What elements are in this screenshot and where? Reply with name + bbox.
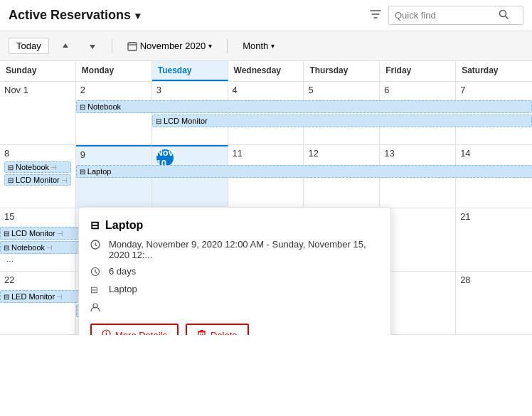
week-row-2: 8 ⊟ Notebook ⊣ ⊟ LCD Monitor ⊣ 9 ⊟ Lapto… [0, 145, 532, 208]
calendar-container: Sunday Monday Tuesday Wednesday Thursday… [0, 61, 532, 335]
ev-label-led: LED Monitor [11, 292, 55, 301]
popup-row-duration: 6 days [90, 266, 379, 278]
svg-rect-18 [200, 330, 203, 331]
view-dropdown-icon: ▾ [271, 42, 275, 50]
cell-3: 3 [152, 82, 228, 144]
event-notebook-w2[interactable]: ⊟ Notebook ⊣ [4, 161, 71, 173]
toolbar: Today November 2020 ▾ Month ▾ [0, 31, 532, 61]
svg-rect-17 [198, 331, 206, 333]
event-lcdmonitor-w1[interactable]: ⊟ LCD Monitor [152, 114, 532, 127]
resource-icon: ⊟ [90, 284, 102, 296]
cell-15: 15 ⊟ LCD Monitor ⊣ ⊟ Notebook ⊣ ··· [0, 208, 76, 271]
nav-up-button[interactable] [55, 38, 76, 54]
popup-resource: Laptop [109, 284, 137, 294]
event-label: Notebook [87, 102, 121, 111]
filter-icon[interactable] [370, 9, 381, 23]
date-6: 6 [384, 85, 451, 95]
ev-icon-nb: ⊟ [8, 164, 14, 171]
svg-line-8 [95, 245, 97, 247]
person-icon [90, 302, 102, 314]
delete-icon [197, 329, 206, 335]
date-15: 15 [4, 211, 71, 222]
cell-20 [380, 208, 456, 271]
delete-button[interactable]: Delete [186, 324, 249, 335]
event-icon2: ⊟ [156, 117, 161, 125]
popup-title: ⊟ Laptop [90, 219, 379, 232]
month-label: November 2020 [140, 41, 206, 51]
day-header-sun: Sunday [0, 61, 76, 81]
event-dots-15[interactable]: ··· [4, 255, 16, 267]
ev-icon-nb3: ⊟ [4, 244, 9, 252]
day-header-thu: Thursday [304, 61, 380, 81]
day-header-fri: Friday [380, 61, 456, 81]
ev-icon-laptop: ⊟ [80, 168, 85, 176]
toolbar-divider2 [227, 39, 228, 53]
popup-duration: 6 days [109, 266, 136, 277]
day-header-wed: Wednesday [228, 61, 304, 81]
cell-21: 21 [456, 208, 532, 271]
cell-nov1: Nov 1 [0, 82, 76, 144]
more-details-button[interactable]: More Details [90, 324, 179, 335]
date-nov10: Nov 10 [156, 149, 174, 166]
svg-rect-14 [198, 332, 205, 335]
cell-28: 28 [456, 272, 532, 334]
cell-7: 7 [456, 82, 532, 144]
date-13: 13 [384, 148, 451, 159]
view-selector[interactable]: Month ▾ [236, 37, 281, 55]
ev-label-lcd3: LCD Monitor [11, 229, 55, 238]
nav-down-button[interactable] [82, 38, 103, 54]
popup-row-date: Monday, November 9, 2020 12:00 AM - Sund… [90, 239, 379, 260]
clock-icon [90, 240, 102, 251]
day-header-mon: Monday [76, 61, 152, 81]
popup-title-icon: ⊟ [90, 219, 100, 232]
cell-2: 2 ⊟ Notebook ⊟ LCD Monitor [76, 82, 152, 144]
month-selector[interactable]: November 2020 ▾ [121, 37, 219, 55]
date-21: 21 [460, 211, 528, 222]
event-icon: ⊟ [80, 103, 85, 111]
day-header-sat: Saturday [456, 61, 532, 81]
ev-icon-led: ⊟ [4, 293, 9, 301]
delete-label: Delete [211, 330, 238, 336]
search-input[interactable] [395, 10, 494, 21]
cell-22: 22 ⊟ LED Monitor ⊣ [0, 272, 76, 334]
ev-label-laptop: Laptop [87, 167, 112, 176]
cell-9: 9 ⊟ Laptop [76, 145, 152, 208]
date-12: 12 [308, 148, 375, 159]
popup-actions: More Details Delete [90, 324, 379, 335]
event-laptop-w2[interactable]: ⊟ Laptop [76, 165, 532, 178]
ev-label-nb: Notebook [16, 163, 49, 171]
date-nov1: Nov 1 [4, 85, 71, 95]
title-text: Active Reservations [9, 8, 131, 23]
date-2: 2 [80, 85, 147, 95]
ev-icon-lcd3: ⊟ [4, 230, 9, 238]
view-label: Month [243, 41, 268, 51]
duration-icon [90, 267, 102, 278]
svg-point-13 [106, 331, 107, 332]
svg-rect-2 [128, 43, 137, 50]
cell-8: 8 ⊟ Notebook ⊣ ⊟ LCD Monitor ⊣ [0, 145, 76, 208]
event-lcdmon-w2[interactable]: ⊟ LCD Monitor ⊣ [4, 174, 71, 186]
search-box [388, 6, 523, 25]
popup-row-person [90, 302, 379, 314]
date-3: 3 [156, 85, 223, 95]
today-button[interactable]: Today [9, 38, 49, 54]
week-row-1: Nov 1 2 ⊟ Notebook ⊟ LCD Monitor 3 4 5 6… [0, 82, 532, 145]
ev-icon-lcd: ⊟ [8, 176, 14, 184]
day-header-tue: Tuesday [152, 61, 228, 81]
title-dropdown-icon[interactable]: ▾ [135, 10, 140, 21]
event-notebook-w1[interactable]: ⊟ Notebook [76, 100, 532, 113]
popup-row-resource: ⊟ Laptop [90, 284, 379, 296]
more-details-label: More Details [115, 330, 167, 336]
app-header: Active Reservations ▾ [0, 0, 532, 31]
cell-27 [380, 272, 456, 334]
svg-line-1 [506, 16, 509, 19]
more-details-icon [102, 329, 111, 335]
date-14: 14 [460, 148, 528, 159]
ev-label-nb3: Notebook [11, 243, 45, 252]
date-28: 28 [460, 274, 528, 285]
date-7: 7 [460, 85, 528, 95]
event-popup: ⊟ Laptop Monday, November 9, 2020 12:00 … [78, 207, 391, 335]
popup-date-range: Monday, November 9, 2020 12:00 AM - Sund… [109, 239, 379, 260]
search-icon [499, 9, 509, 21]
ev-label-lcd: LCD Monitor [16, 176, 60, 184]
